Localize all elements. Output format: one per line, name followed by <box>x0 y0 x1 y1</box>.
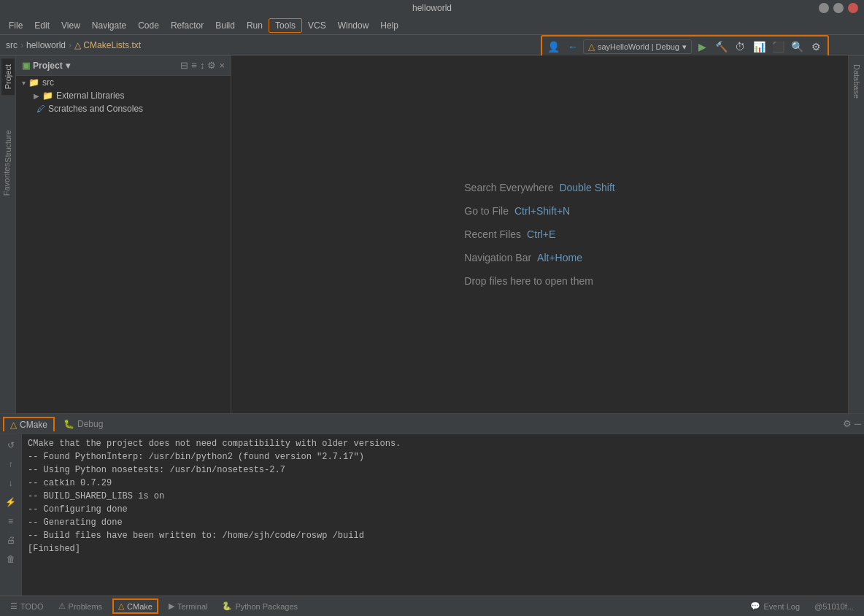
refresh-icon[interactable]: ↺ <box>3 437 19 453</box>
problems-label: Problems <box>69 602 102 611</box>
hint-search-label: Search Everywhere <box>464 182 553 193</box>
menu-refactor[interactable]: Refactor <box>165 19 209 32</box>
database-tab[interactable]: Database <box>850 58 863 104</box>
status-terminal[interactable]: ▶ Terminal <box>164 600 212 612</box>
stop-button[interactable]: ⬛ <box>769 38 787 55</box>
event-log-item[interactable]: 💬 Event Log <box>746 600 804 612</box>
run-config-dropdown-icon: ▾ <box>682 42 687 52</box>
editor-area: Search Everywhere Double Shift Go to Fil… <box>231 55 848 413</box>
tree-item-scratches[interactable]: 🖊 Scratches and Consoles <box>16 102 231 115</box>
hint-recent: Recent Files Ctrl+E <box>464 228 555 240</box>
terminal-icon: ▶ <box>169 601 174 611</box>
status-cmake[interactable]: △ CMake <box>112 598 158 614</box>
tab-cmake[interactable]: △ CMake <box>3 417 55 431</box>
cmake-status-icon: △ <box>118 601 124 611</box>
hint-goto-shortcut: Ctrl+Shift+N <box>514 205 570 217</box>
build-button[interactable]: 🔨 <box>712 38 730 55</box>
back-button[interactable]: ← <box>564 38 582 55</box>
menu-view[interactable]: View <box>55 19 86 32</box>
search-button[interactable]: 🔍 <box>788 38 806 55</box>
tab-debug[interactable]: 🐛 Debug <box>56 416 110 432</box>
hint-navbar: Navigation Bar Alt+Home <box>464 252 582 263</box>
project-title: ▣ Project ▾ <box>22 61 70 71</box>
console-line-6: -- Configuring done <box>28 503 858 516</box>
event-log-label: Event Log <box>763 602 800 611</box>
status-problems[interactable]: ⚠ Problems <box>54 600 107 612</box>
hint-search: Search Everywhere Double Shift <box>464 182 614 193</box>
menu-window[interactable]: Window <box>332 19 375 32</box>
project-label: Project <box>33 61 63 71</box>
tree-label-ext: External Libraries <box>56 91 124 101</box>
console-line-2: -- Found PythonInterp: /usr/bin/python2 … <box>28 450 858 463</box>
console-output: CMake that the project does not need com… <box>22 434 864 599</box>
collapse-all-icon[interactable]: ⊟ <box>180 60 188 71</box>
right-tab-strip: Database <box>848 55 864 413</box>
menu-help[interactable]: Help <box>374 19 404 32</box>
project-tab[interactable]: Project <box>1 58 15 95</box>
maximize-button[interactable] <box>833 3 844 13</box>
menu-tools[interactable]: Tools <box>269 18 302 33</box>
debug-tab-icon: 🐛 <box>63 419 74 429</box>
menu-run[interactable]: Run <box>241 19 269 32</box>
project-dropdown-icon[interactable]: ▾ <box>66 61 70 71</box>
close-panel-icon[interactable]: × <box>219 60 225 71</box>
gear-icon[interactable]: ⚙ <box>207 60 216 71</box>
menu-navigate[interactable]: Navigate <box>86 19 132 32</box>
menu-build[interactable]: Build <box>209 19 241 32</box>
menu-vcs[interactable]: VCS <box>302 19 332 32</box>
console-line-8: -- Build files have been written to: /ho… <box>28 529 858 542</box>
menu-bar: File Edit View Navigate Code Refactor Bu… <box>0 16 864 35</box>
breadcrumb: src › helloworld › △ CMakeLists.txt <box>6 40 141 50</box>
scroll-up-icon[interactable]: ↑ <box>3 456 19 472</box>
coverage-button[interactable]: ⏱ <box>731 38 749 55</box>
project-icon: ▣ <box>22 61 30 71</box>
hint-navbar-label: Navigation Bar <box>464 252 531 263</box>
user-info[interactable]: @51010f... <box>810 601 858 612</box>
console-area: ↺ ↑ ↓ ⚡ ≡ 🖨 🗑 CMake that the project doe… <box>0 434 864 599</box>
menu-edit[interactable]: Edit <box>28 19 55 32</box>
console-line-1: CMake that the project does not need com… <box>28 437 858 450</box>
tree-label-src: src <box>42 77 54 88</box>
status-todo[interactable]: ☰ TODO <box>6 600 48 612</box>
cmake-tab-icon: △ <box>10 420 17 430</box>
bottom-tab-bar: △ CMake 🐛 Debug ⚙ ─ <box>0 414 864 434</box>
tree-label-scratches: Scratches and Consoles <box>48 104 143 114</box>
bottom-minimize-icon[interactable]: ─ <box>855 418 861 429</box>
project-header-icons: ⊟ ≡ ↕ ⚙ × <box>180 60 225 71</box>
problems-icon: ⚠ <box>58 601 66 611</box>
run-config-selector[interactable]: △ sayHelloWorld | Debug ▾ <box>583 39 692 54</box>
filter-icon[interactable]: ⚡ <box>3 494 19 510</box>
tree-item-external[interactable]: ▶ 📁 External Libraries <box>16 89 231 102</box>
expand-arrow-src: ▾ <box>22 79 26 87</box>
status-bar: ☰ TODO ⚠ Problems △ CMake ▶ Terminal 🐍 P… <box>0 596 864 616</box>
run-button[interactable]: ▶ <box>693 38 711 55</box>
status-python-packages[interactable]: 🐍 Python Packages <box>217 600 302 612</box>
bottom-settings-icon[interactable]: ⚙ <box>843 418 852 429</box>
tree-item-src[interactable]: ▾ 📁 src <box>16 76 231 89</box>
clear-icon[interactable]: 🗑 <box>3 551 19 567</box>
breadcrumb-cmakefile[interactable]: △ CMakeLists.txt <box>74 40 141 50</box>
project-panel-header: ▣ Project ▾ ⊟ ≡ ↕ ⚙ × <box>16 55 231 76</box>
menu-file[interactable]: File <box>3 19 28 32</box>
minimize-button[interactable] <box>819 3 829 13</box>
close-button[interactable] <box>848 3 858 13</box>
menu-code[interactable]: Code <box>132 19 165 32</box>
wrap-icon[interactable]: ≡ <box>3 513 19 529</box>
settings-button[interactable]: ⚙ <box>807 38 825 55</box>
profile-run-button[interactable]: 📊 <box>750 38 768 55</box>
favorites-tab[interactable]: Favorites <box>0 157 13 201</box>
scroll-down-icon[interactable]: ↓ <box>3 475 19 491</box>
hint-goto: Go to File Ctrl+Shift+N <box>464 205 570 217</box>
print-icon[interactable]: 🖨 <box>3 532 19 548</box>
breadcrumb-helloworld[interactable]: helloworld <box>26 40 66 50</box>
user-label: @51010f... <box>814 602 854 611</box>
expand-icon[interactable]: ≡ <box>191 60 197 71</box>
scratches-icon: 🖊 <box>36 104 45 114</box>
nav-bar: src › helloworld › △ CMakeLists.txt 👤 ← … <box>0 35 864 55</box>
sort-icon[interactable]: ↕ <box>200 60 205 71</box>
title-bar: helloworld <box>0 0 864 16</box>
profile-button[interactable]: 👤 <box>545 38 563 55</box>
breadcrumb-src[interactable]: src <box>6 40 18 50</box>
project-panel: ▣ Project ▾ ⊟ ≡ ↕ ⚙ × ▾ 📁 src ▶ 📁 Extern… <box>16 55 231 413</box>
console-line-finished: [Finished] <box>28 542 858 555</box>
